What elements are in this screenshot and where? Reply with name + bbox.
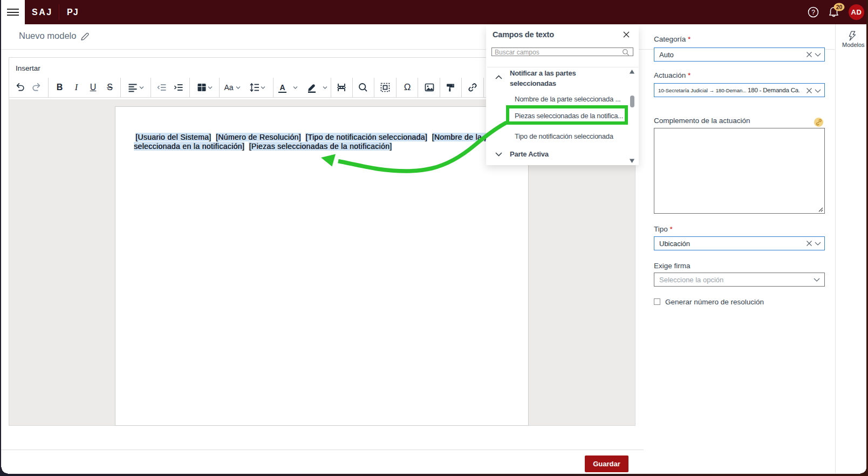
svg-text:20: 20 (836, 4, 843, 10)
svg-text:?: ? (811, 9, 815, 16)
